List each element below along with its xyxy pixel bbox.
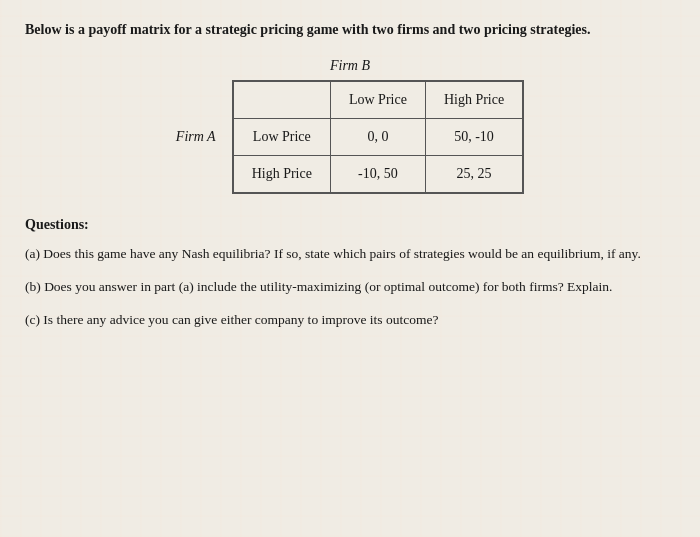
row-label-high-price: High Price xyxy=(233,155,331,193)
firm-b-label: Firm B xyxy=(330,58,370,74)
col-header-low-price: Low Price xyxy=(330,81,425,119)
table-row: High Price -10, 50 25, 25 xyxy=(233,155,523,193)
empty-header xyxy=(233,81,331,119)
question-a: (a) Does this game have any Nash equilib… xyxy=(25,244,675,265)
intro-text: Below is a payoff matrix for a strategic… xyxy=(25,20,675,40)
header-row: Low Price High Price xyxy=(233,81,523,119)
matrix-wrapper: Firm A Low Price High Price Low Price 0,… xyxy=(176,80,524,194)
question-b-label: (b) xyxy=(25,279,41,294)
payoff-matrix: Low Price High Price Low Price 0, 0 50, … xyxy=(232,80,524,194)
firm-a-label: Firm A xyxy=(176,129,216,145)
question-b-text: Does you answer in part (a) include the … xyxy=(41,279,613,294)
question-c-label: (c) xyxy=(25,312,40,327)
question-b: (b) Does you answer in part (a) include … xyxy=(25,277,675,298)
matrix-section: Firm B Firm A Low Price High Price Low P… xyxy=(25,58,675,194)
questions-section: Questions: (a) Does this game have any N… xyxy=(25,214,675,331)
questions-title: Questions: xyxy=(25,214,675,236)
row-label-low-price: Low Price xyxy=(233,118,331,155)
question-a-text: Does this game have any Nash equilibria?… xyxy=(40,246,641,261)
cell-hh: 25, 25 xyxy=(425,155,523,193)
question-c-text: Is there any advice you can give either … xyxy=(40,312,439,327)
table-row: Low Price 0, 0 50, -10 xyxy=(233,118,523,155)
cell-lh: 50, -10 xyxy=(425,118,523,155)
question-a-label: (a) xyxy=(25,246,40,261)
cell-ll: 0, 0 xyxy=(330,118,425,155)
col-header-high-price: High Price xyxy=(425,81,523,119)
cell-hl: -10, 50 xyxy=(330,155,425,193)
question-c: (c) Is there any advice you can give eit… xyxy=(25,310,675,331)
